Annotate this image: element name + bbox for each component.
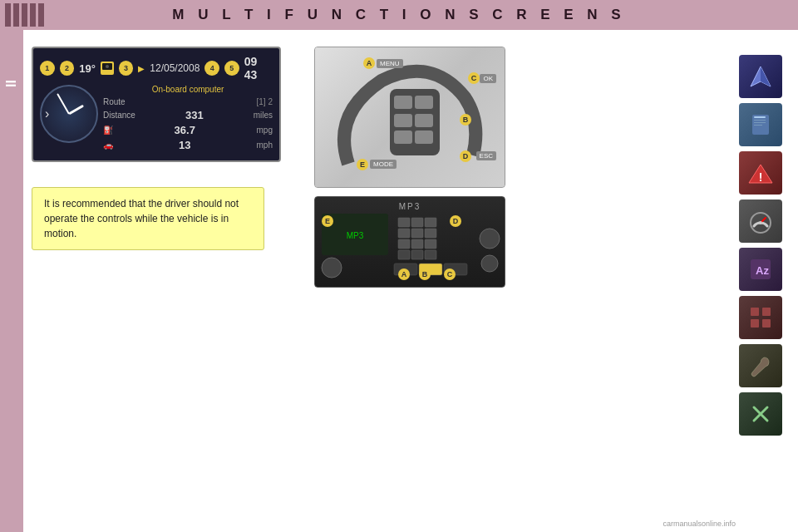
- radio-label-D: D: [450, 215, 461, 227]
- indicator-4: 4: [204, 61, 219, 76]
- svg-rect-33: [754, 120, 766, 121]
- svg-point-13: [481, 255, 498, 272]
- indicator-2: 2: [60, 61, 75, 76]
- steering-svg: [315, 47, 505, 188]
- radio-unit-image: MP3 MP3: [314, 196, 505, 288]
- wrench-icon[interactable]: [739, 344, 782, 387]
- svg-rect-5: [394, 114, 412, 127]
- page-title: M U L T I F U N C T I O N S C R E E N S: [172, 7, 625, 23]
- grid-icon[interactable]: [739, 296, 782, 339]
- fuel-icon: ⛽: [103, 126, 113, 135]
- radio-label-C: C: [444, 268, 456, 280]
- clock-display: ›: [40, 85, 98, 143]
- chapter-label: II: [4, 80, 19, 87]
- svg-rect-32: [754, 116, 766, 118]
- svg-rect-6: [415, 114, 433, 127]
- svg-rect-3: [394, 96, 412, 109]
- svg-point-11: [322, 258, 342, 278]
- svg-point-1: [106, 65, 109, 68]
- content-area: 1 2 19° 3 ▶ 12/05/2008 4 5 09 43: [23, 30, 798, 532]
- svg-rect-7: [394, 131, 412, 144]
- stripe-5: [38, 3, 44, 27]
- steering-wheel-image: A B C D E MENU MODE OK ESC: [314, 47, 505, 188]
- fuel-unit: mpg: [257, 126, 273, 135]
- chapter-marker: II: [0, 30, 23, 532]
- watermark: carmanualsonline.info: [663, 520, 736, 528]
- fuel-value: 36.7: [175, 124, 195, 136]
- radio-label-B: B: [419, 268, 431, 280]
- car-icon: 🚗: [103, 140, 113, 150]
- svg-rect-24: [411, 250, 423, 259]
- label-C: C: [468, 72, 480, 84]
- speed-row: 🚗 13 mph: [103, 139, 273, 151]
- data-area: On-board computer Route [1] 2 Distance 3…: [103, 85, 273, 154]
- screen-top-bar: 1 2 19° 3 ▶ 12/05/2008 4 5 09 43: [40, 55, 273, 81]
- speed-value: 13: [179, 139, 190, 151]
- middle-panel: A B C D E MENU MODE OK ESC MP3 MP3: [314, 47, 514, 524]
- distance-label: Distance: [103, 111, 135, 120]
- main-content: II 1 2 19° 3 ▶ 12: [0, 30, 798, 532]
- stripe-1: [5, 3, 11, 27]
- label-E: E: [357, 159, 368, 170]
- arrow-icon: ▶: [138, 64, 145, 73]
- az-icon[interactable]: Az: [739, 248, 782, 291]
- screen-icon: [101, 62, 114, 75]
- distance-row: Distance 331 miles: [103, 109, 273, 121]
- radio-svg: MP3: [315, 197, 505, 288]
- svg-text:!: !: [759, 170, 763, 184]
- clock-hour-hand: [68, 105, 84, 116]
- svg-rect-15: [411, 218, 423, 227]
- stripe-3: [22, 3, 27, 27]
- tools-icon[interactable]: [739, 392, 782, 436]
- label-D: D: [460, 150, 471, 162]
- svg-rect-25: [425, 250, 436, 259]
- svg-rect-19: [425, 229, 436, 238]
- gauge-icon[interactable]: [739, 200, 782, 243]
- radio-label-A: A: [398, 268, 410, 280]
- stripe-2: [13, 3, 19, 27]
- right-sidebar: ! Az: [732, 47, 790, 524]
- route-label: Route: [103, 97, 126, 106]
- svg-text:Az: Az: [756, 264, 769, 277]
- svg-rect-21: [411, 239, 423, 249]
- book-icon[interactable]: [739, 103, 782, 146]
- svg-rect-45: [751, 319, 759, 328]
- warning-text: It is recommended that the driver should…: [44, 198, 239, 239]
- svg-rect-46: [762, 319, 771, 328]
- warning-box: It is recommended that the driver should…: [32, 187, 264, 250]
- svg-rect-35: [754, 125, 762, 126]
- label-A: A: [363, 57, 375, 69]
- screen-content: › On-board computer Route [1] 2 Distance…: [40, 85, 273, 154]
- indicator-3: 3: [119, 61, 134, 76]
- page-header: M U L T I F U N C T I O N S C R E E N S: [0, 0, 798, 30]
- svg-rect-4: [415, 96, 433, 109]
- warning-triangle-icon[interactable]: !: [739, 151, 782, 195]
- nav-icon[interactable]: [739, 55, 782, 98]
- svg-rect-23: [398, 250, 410, 259]
- esc-label: ESC: [476, 151, 496, 160]
- temperature-display: 19°: [79, 62, 96, 75]
- svg-rect-14: [398, 218, 410, 227]
- dashboard-screen: 1 2 19° 3 ▶ 12/05/2008 4 5 09 43: [32, 47, 281, 162]
- svg-point-40: [759, 221, 762, 224]
- indicator-5: 5: [224, 61, 239, 76]
- stripe-4: [30, 3, 36, 27]
- radio-label-E: E: [322, 215, 333, 227]
- svg-rect-34: [754, 122, 766, 123]
- date-display: 12/05/2008: [150, 62, 200, 74]
- left-panel: 1 2 19° 3 ▶ 12/05/2008 4 5 09 43: [32, 47, 306, 524]
- route-row: Route [1] 2: [103, 97, 273, 106]
- distance-unit: miles: [254, 111, 273, 120]
- mode-label: MODE: [370, 160, 397, 169]
- clock-arrow: ›: [45, 106, 49, 121]
- fuel-row: ⛽ 36.7 mpg: [103, 124, 273, 136]
- ok-label: OK: [480, 74, 496, 83]
- indicator-1: 1: [40, 61, 55, 76]
- svg-rect-18: [411, 229, 423, 238]
- svg-rect-44: [762, 308, 771, 316]
- svg-point-12: [480, 229, 500, 249]
- clock-minute-hand: [57, 93, 70, 114]
- header-stripes: [0, 0, 50, 30]
- label-B: B: [460, 114, 471, 126]
- speed-unit: mph: [257, 140, 273, 150]
